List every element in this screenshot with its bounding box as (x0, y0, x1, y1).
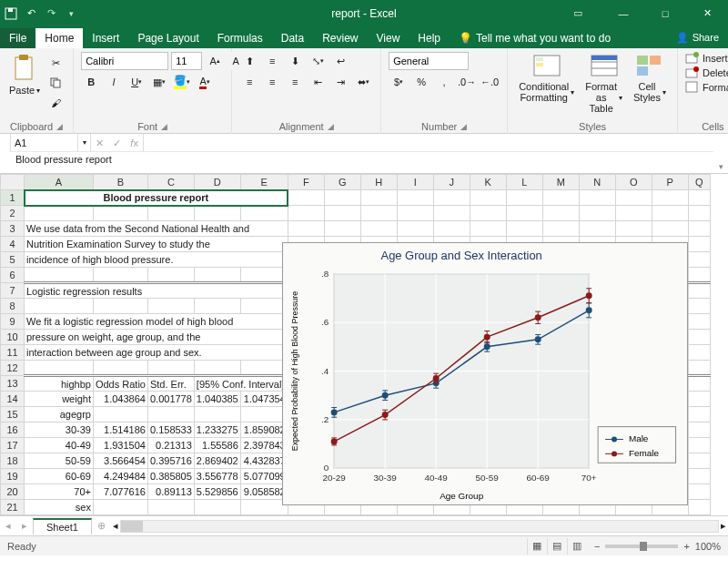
cell-F22[interactable] (288, 515, 324, 516)
col-header-F[interactable]: F (288, 175, 324, 190)
tab-view[interactable]: View (368, 28, 410, 48)
cell-O1[interactable] (615, 190, 652, 206)
cell-Q5[interactable] (688, 252, 710, 268)
cell-Q14[interactable] (688, 392, 710, 407)
cell-A11[interactable]: interaction between age group and sex. (25, 345, 288, 361)
cell-A3[interactable]: We use data from the Second National Hea… (25, 221, 288, 237)
decrease-indent-button[interactable]: ⇤ (308, 73, 328, 91)
orientation-button[interactable]: ⤡▾ (308, 52, 328, 70)
cell-C6[interactable] (147, 268, 194, 283)
merge-button[interactable]: ⬌▾ (353, 73, 373, 91)
align-center-button[interactable]: ≡ (262, 73, 282, 91)
cell-E15[interactable] (240, 407, 288, 422)
cell-A5[interactable]: incidence of high blood pressure. (25, 252, 288, 268)
zoom-level[interactable]: 100% (695, 541, 721, 552)
cell-L2[interactable] (506, 206, 542, 221)
name-box-dropdown[interactable]: ▾ (78, 134, 91, 151)
tab-home[interactable]: Home (35, 28, 83, 48)
col-header-J[interactable]: J (433, 175, 470, 190)
cell-C21[interactable] (147, 500, 194, 515)
col-header-E[interactable]: E (240, 175, 288, 190)
col-header-O[interactable]: O (615, 175, 652, 190)
cell-M1[interactable] (542, 190, 579, 206)
ribbon-options-icon[interactable]: ▭ (573, 7, 582, 19)
cell-M22[interactable] (542, 515, 579, 516)
cell-B13[interactable]: Odds Ratio (93, 376, 147, 392)
cell-J1[interactable] (433, 190, 470, 206)
tab-help[interactable]: Help (409, 28, 450, 48)
cell-Q12[interactable] (688, 361, 710, 376)
row-header-21[interactable]: 21 (1, 500, 25, 515)
cell-F2[interactable] (288, 206, 324, 221)
cell-A1[interactable]: Blood pressure report (25, 190, 288, 206)
copy-button[interactable] (46, 74, 66, 92)
cell-B20[interactable]: 7.077616 (93, 484, 147, 500)
cell-A7[interactable]: Logistic regression results (25, 283, 288, 299)
col-header-A[interactable]: A (25, 175, 94, 190)
cell-C17[interactable]: 0.21313 (147, 438, 194, 453)
cell-Q11[interactable] (688, 345, 710, 361)
cell-H2[interactable] (360, 206, 397, 221)
row-header-1[interactable]: 1 (1, 190, 25, 206)
increase-font-button[interactable]: A▴ (205, 52, 225, 70)
cell-O3[interactable] (615, 221, 652, 237)
cell-D2[interactable] (194, 206, 240, 221)
cell-B14[interactable]: 1.043864 (93, 392, 147, 407)
cell-H3[interactable] (360, 221, 397, 237)
cell-K2[interactable] (470, 206, 506, 221)
cell-P2[interactable] (652, 206, 688, 221)
decrease-decimal-button[interactable]: ←.0 (480, 73, 500, 91)
cell-K3[interactable] (470, 221, 506, 237)
cell-D17[interactable]: 1.55586 (194, 438, 240, 453)
zoom-out-button[interactable]: − (594, 541, 600, 552)
cell-A17[interactable]: 40-49 (25, 438, 94, 453)
conditional-formatting-button[interactable]: Conditional Formatting▾ (515, 52, 578, 105)
cell-A20[interactable]: 70+ (25, 484, 94, 500)
tab-page-layout[interactable]: Page Layout (128, 28, 207, 48)
cell-E6[interactable] (240, 268, 288, 283)
cell-L1[interactable] (506, 190, 542, 206)
cell-Q17[interactable] (688, 438, 710, 453)
cell-N2[interactable] (579, 206, 615, 221)
cell-E22[interactable]: 0.552883 (240, 515, 288, 516)
cell-Q8[interactable] (688, 299, 710, 314)
accounting-button[interactable]: $▾ (389, 73, 409, 91)
cell-G1[interactable] (324, 190, 360, 206)
cell-I3[interactable] (397, 221, 433, 237)
cell-Q22[interactable] (688, 515, 710, 516)
cell-M3[interactable] (542, 221, 579, 237)
new-sheet-button[interactable]: ⊕ (92, 520, 111, 532)
col-header-G[interactable]: G (324, 175, 360, 190)
cell-B17[interactable]: 1.931504 (93, 438, 147, 453)
cell-Q19[interactable] (688, 469, 710, 484)
col-header-P[interactable]: P (652, 175, 688, 190)
col-header-H[interactable]: H (360, 175, 397, 190)
share-button[interactable]: 👤Share (676, 32, 719, 44)
cell-L22[interactable] (506, 515, 542, 516)
cell-A13[interactable]: highbp (25, 376, 94, 392)
cell-E19[interactable]: 5.077099 (240, 469, 288, 484)
cell-N3[interactable] (579, 221, 615, 237)
cell-Q21[interactable] (688, 500, 710, 515)
cell-A15[interactable]: agegrp (25, 407, 94, 422)
cell-A18[interactable]: 50-59 (25, 453, 94, 469)
col-header-C[interactable]: C (147, 175, 194, 190)
sheet-tab-sheet1[interactable]: Sheet1 (33, 518, 92, 534)
cell-A14[interactable]: weight (25, 392, 94, 407)
cell-P3[interactable] (652, 221, 688, 237)
sheet-nav-next[interactable]: ▸ (16, 520, 33, 532)
cell-A22[interactable]: Female (25, 515, 94, 516)
col-header-B[interactable]: B (93, 175, 147, 190)
row-header-17[interactable]: 17 (1, 438, 25, 453)
cell-B18[interactable]: 3.566454 (93, 453, 147, 469)
cell-E2[interactable] (240, 206, 288, 221)
cell-D15[interactable] (194, 407, 240, 422)
cell-C20[interactable]: 0.89113 (147, 484, 194, 500)
cell-G2[interactable] (324, 206, 360, 221)
row-header-16[interactable]: 16 (1, 422, 25, 438)
italic-button[interactable]: I (104, 73, 124, 91)
cell-C18[interactable]: 0.395716 (147, 453, 194, 469)
cell-J2[interactable] (433, 206, 470, 221)
border-button[interactable]: ▦▾ (149, 73, 169, 91)
row-header-9[interactable]: 9 (1, 314, 25, 330)
